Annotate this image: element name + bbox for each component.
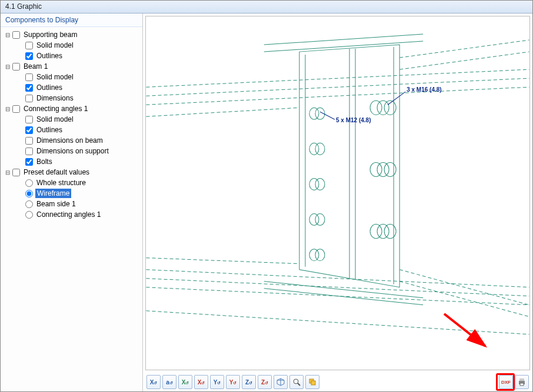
svg-point-24 — [315, 214, 325, 226]
svg-line-4 — [146, 279, 529, 296]
view-yred-button[interactable]: Y↺ — [226, 375, 240, 389]
svg-line-9 — [399, 52, 529, 69]
tree-item[interactable]: Dimensions on beam — [2, 135, 141, 146]
group-checkbox[interactable] — [12, 105, 20, 113]
tree-radio[interactable] — [25, 179, 33, 187]
svg-line-8 — [399, 282, 529, 317]
tree-checkbox[interactable] — [25, 84, 33, 92]
tree-item-label: Solid model — [35, 115, 75, 124]
tree-checkbox[interactable] — [25, 42, 33, 49]
tree-item-label: Beam side 1 — [35, 199, 77, 209]
tree-item-label: Outlines — [35, 51, 64, 61]
tree-item[interactable]: Outlines — [2, 125, 141, 135]
panel-header: Components to Display — [1, 14, 142, 27]
view-zred-button[interactable]: Z↺ — [258, 375, 272, 389]
expander-icon[interactable]: ⊟ — [4, 63, 11, 70]
cube-icon — [276, 377, 285, 387]
tree-group[interactable]: ⊟Preset default values — [2, 167, 141, 177]
copy-view-button[interactable] — [305, 375, 319, 389]
view-z-button[interactable]: Z↺ — [242, 375, 256, 389]
tree-checkbox[interactable] — [25, 73, 33, 81]
tree-radio[interactable] — [25, 211, 33, 219]
svg-point-31 — [377, 162, 389, 176]
tree-item-label: Outlines — [35, 125, 64, 135]
svg-point-30 — [370, 162, 382, 176]
svg-point-28 — [377, 100, 389, 115]
component-tree[interactable]: ⊟Supporting beamSolid modelOutlines⊟Beam… — [1, 27, 142, 391]
svg-line-38 — [298, 383, 300, 386]
tree-item[interactable]: Solid model — [2, 72, 141, 82]
svg-line-2 — [146, 87, 529, 105]
group-checkbox[interactable] — [12, 31, 20, 39]
tree-item-label: Dimensions on support — [35, 146, 110, 156]
svg-point-20 — [315, 143, 325, 155]
tree-item[interactable]: Connecting angles 1 — [2, 209, 141, 220]
tree-checkbox[interactable] — [25, 137, 33, 145]
tree-radio[interactable] — [25, 200, 33, 208]
tree-checkbox[interactable] — [25, 148, 33, 155]
tree-item[interactable]: Dimensions on support — [2, 146, 141, 156]
tree-item-label: Outlines — [35, 83, 64, 92]
tree-item[interactable]: Outlines — [2, 82, 141, 93]
svg-point-21 — [309, 178, 319, 190]
window-titlebar: 4.1 Graphic — [1, 1, 532, 14]
annotation-bolts-right: 3 x M16 (4.8) — [407, 86, 441, 93]
svg-rect-43 — [520, 383, 524, 386]
tree-group[interactable]: ⊟Connecting angles 1 — [2, 103, 141, 114]
expander-icon[interactable]: ⊟ — [4, 169, 11, 176]
sidebar: Components to Display ⊟Supporting beamSo… — [1, 14, 143, 391]
tree-radio[interactable] — [25, 190, 33, 197]
tree-item[interactable]: Bolts — [2, 156, 141, 167]
view-a-button[interactable]: a↺ — [162, 375, 176, 389]
tree-group[interactable]: ⊟Supporting beam — [2, 29, 141, 40]
tree-item[interactable]: Solid model — [2, 40, 141, 51]
view-xred-button[interactable]: X↺ — [194, 375, 208, 389]
annotation-bolts-left: 5 x M12 (4.8) — [336, 117, 371, 123]
tree-item[interactable]: Solid model — [2, 114, 141, 125]
tree-item[interactable]: Whole structure — [2, 177, 141, 188]
group-checkbox[interactable] — [12, 63, 20, 71]
tree-checkbox[interactable] — [25, 116, 33, 123]
tree-checkbox[interactable] — [25, 95, 33, 102]
svg-line-0 — [146, 69, 529, 87]
tree-checkbox[interactable] — [25, 52, 33, 60]
tree-item[interactable]: Beam side 1 — [2, 199, 141, 209]
tree-item-label: Solid model — [35, 41, 75, 50]
svg-rect-42 — [519, 378, 524, 381]
tree-checkbox[interactable] — [25, 126, 33, 134]
tree-group-label: Preset default values — [22, 167, 91, 177]
svg-point-22 — [315, 178, 325, 190]
dxf-icon: DXF — [501, 380, 511, 385]
tree-item-label: Connecting angles 1 — [35, 210, 102, 219]
tree-item[interactable]: Wireframe — [2, 188, 141, 199]
zoom-fit-button[interactable] — [289, 375, 304, 389]
svg-point-33 — [370, 225, 382, 239]
tree-checkbox[interactable] — [25, 158, 33, 166]
graphic-viewport[interactable]: 5 x M12 (4.8) 3 x M16 (4.8) — [145, 16, 530, 370]
view-toolbar: X↺a↺X↺X↺Y↺Y↺Z↺Z↺ DXF — [143, 373, 532, 391]
view-y-button[interactable]: Y↺ — [210, 375, 224, 389]
axis-icon: Z↺ — [245, 379, 252, 386]
tree-group-label: Beam 1 — [22, 62, 49, 71]
svg-line-1 — [146, 78, 529, 96]
expander-icon[interactable]: ⊟ — [4, 31, 11, 38]
view-iso-button[interactable] — [274, 375, 288, 389]
tree-item[interactable]: Outlines — [2, 51, 141, 61]
tree-item-label: Bolts — [35, 157, 54, 166]
view-xg-button[interactable]: X↺ — [178, 375, 192, 389]
tree-item[interactable]: Dimensions — [2, 93, 141, 103]
svg-line-7 — [399, 40, 529, 58]
expander-icon[interactable]: ⊟ — [4, 105, 11, 112]
group-checkbox[interactable] — [12, 169, 20, 176]
print-button[interactable] — [515, 375, 529, 389]
view-x-button[interactable]: X↺ — [146, 375, 161, 389]
svg-point-37 — [294, 379, 298, 384]
svg-point-19 — [309, 143, 319, 155]
main-area: Components to Display ⊟Supporting beamSo… — [1, 14, 532, 391]
tree-group-label: Supporting beam — [22, 30, 78, 39]
axis-icon: a↺ — [166, 379, 173, 386]
svg-point-35 — [384, 225, 396, 239]
export-dxf-button[interactable]: DXF — [499, 375, 513, 389]
tree-group[interactable]: ⊟Beam 1 — [2, 61, 141, 72]
axis-icon: X↺ — [198, 379, 205, 386]
